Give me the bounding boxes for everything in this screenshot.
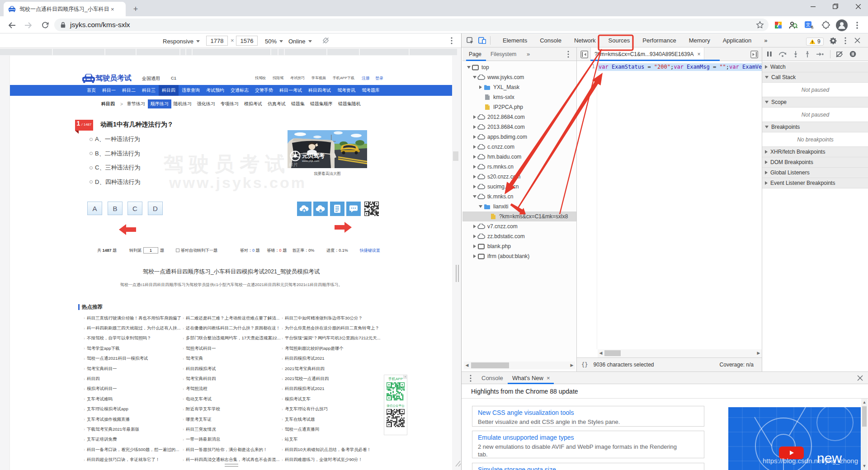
sidebar-section-call-stack[interactable]: Call Stack [762,72,868,83]
nav-item-首页[interactable]: 首页 [87,87,96,94]
answer-button-B[interactable]: B [108,202,123,215]
subnav-item-章节练习[interactable]: 章节练习 [127,101,145,107]
hot-link[interactable]: ›为什么你竟然会挂在送分题的科目二直角转弯上？ [282,323,380,333]
tree-item-zz.bdstatic.com[interactable]: zz.bdstatic.com [462,231,576,241]
expand-arrow-open[interactable] [478,205,483,208]
tree-item-top[interactable]: top [462,62,576,72]
card-title-link[interactable]: Simulate storage quota size [478,466,698,470]
pretty-print-icon[interactable]: {} [581,362,588,368]
shortcut-settings-link[interactable]: 快捷键设置 [360,248,380,254]
whats-new-scrollbar[interactable]: ▲ ▼ [861,399,868,470]
media-query-segment[interactable] [285,49,326,55]
question-option[interactable]: A、一种违法行为 [90,135,140,143]
tree-item-apps.bdimg.com[interactable]: apps.bdimg.com [462,132,576,142]
auth-link[interactable]: 登录 [375,75,383,81]
devtools-tab-performance[interactable]: Performance [642,37,676,44]
question-option[interactable]: C、三种违法行为 [90,164,140,172]
expand-arrow-open[interactable] [466,66,472,69]
cloud-home-icon[interactable] [313,202,328,216]
header-link[interactable]: 手机APP下载 [333,75,354,80]
nav-item-科目四[interactable]: 科目四 [159,85,179,96]
device-toggle-icon[interactable] [478,37,486,44]
tree-item-IP2PCA.php[interactable]: IP2PCA.php [462,102,576,112]
nav-item-交警手势[interactable]: 交警手势 [255,87,273,94]
tree-item-ifrmaboutblank[interactable]: ifrm (about:blank) [462,251,576,261]
nav-item-科目三[interactable]: 科目三 [142,87,156,94]
sidebar-section-global-listeners[interactable]: Global Listeners [762,168,868,178]
hot-link[interactable]: ›模拟考试叉车 [282,394,380,404]
toggle-debugger-sidebar-icon[interactable] [750,51,758,58]
hot-link[interactable]: ›科目一备考口诀，看完少练500题，想一遍过的... [84,445,182,455]
pause-on-exceptions-icon[interactable] [849,51,856,57]
tree-item-rs.mnks.cn[interactable]: rs.mnks.cn [462,162,576,172]
tree-item-sucimg.itc.cn[interactable]: sucimg.itc.cn [462,182,576,192]
expand-arrow-closed[interactable] [472,125,477,129]
toggle-navigator-icon[interactable] [580,51,588,58]
tab-close-icon[interactable]: × [111,6,114,13]
radio-icon[interactable] [90,138,93,141]
viewport-resize-handle-right[interactable] [456,265,459,282]
next-question-arrow[interactable] [335,221,352,233]
browser-tab[interactable]: 驾校一点通科目四顺序练习_小车科目 × [4,2,126,16]
card-title-link[interactable]: New CSS angle visualization tools [478,409,698,416]
media-caption[interactable]: 我要看高清大图 [288,171,367,177]
devtools-tab-network[interactable]: Network [574,37,596,44]
code-area[interactable]: var ExamStatus = "200";var ExamMsg = "";… [598,61,762,349]
cloud-add-icon[interactable] [297,202,311,216]
expand-arrow-closed[interactable] [472,254,477,258]
profile-avatar[interactable] [836,19,848,31]
devtools-close-icon[interactable] [854,38,860,43]
question-media[interactable]: 元贝驾考 www.ybjk.com 样片 [288,130,367,168]
issues-badge[interactable]: 9 [806,38,824,46]
tree-item-s20.cnzz.com[interactable]: s20.cnzz.com [462,172,576,182]
browser-menu-icon[interactable] [852,20,863,31]
expand-arrow-closed[interactable] [472,244,477,248]
hot-link[interactable]: ›不报驾校，自学可以拿到驾照吗？ [84,334,182,343]
hot-link[interactable]: ›叉车在线考试题 [282,414,380,424]
hot-link[interactable]: ›平台惊现“漏洞”？网约车司机3公里跑出7212元天... [282,334,380,343]
media-query-bar[interactable] [0,49,458,55]
hot-link[interactable]: ›驾考宝典 [183,354,281,364]
sidebar-section-xhr-fetch-breakpoints[interactable]: XHR/fetch Breakpoints [762,147,868,157]
subnav-item-仿真考试[interactable]: 仿真考试 [268,101,286,107]
media-query-segment[interactable] [105,49,136,55]
header-link[interactable]: 学车视频 [311,75,326,80]
editor-file-tab[interactable]: ?km=kms&cx=C1&m...9340A895E1639A × [590,47,704,61]
devtools-tab-elements[interactable]: Elements [503,37,527,44]
back-icon[interactable] [6,20,17,31]
device-mode-select[interactable]: Responsive [163,37,200,45]
hot-link[interactable]: ›考叉车理论有什么技巧 [282,404,380,414]
hot-link[interactable]: ›科目三中如何精准做到靠边停车30公分？ [282,313,380,323]
hot-link[interactable]: ›模拟考试科目一 [84,384,182,394]
editor-tab-close-icon[interactable]: × [697,51,700,57]
hot-link[interactable]: ›多部门联合整治违规网约车，17天查处违规案22... [183,334,281,343]
nav-item-违章查询[interactable]: 违章查询 [182,87,200,94]
tab-filesystem[interactable]: Filesystem [491,51,516,57]
hot-link[interactable]: ›驾校一点通直播间 [282,424,380,434]
extension-person-icon[interactable] [788,21,797,30]
hot-link[interactable]: ›叉车考试操作视频直播 [84,414,182,424]
tree-item-2013.8684.com[interactable]: 2013.8684.com [462,122,576,132]
new-tab-button[interactable]: + [130,4,141,14]
hot-link[interactable]: ›驾考宝典科目四 [183,374,281,384]
hot-link[interactable]: ›驾考宝典科目一 [84,364,182,374]
step-into-icon[interactable] [793,51,798,57]
devtools-tab-console[interactable]: Console [540,37,561,44]
card-title-link[interactable]: Emulate unsupported image types [478,434,698,441]
hot-link[interactable]: ›哪里考叉车证 [183,414,281,424]
auto-next-checkbox[interactable] [176,249,179,252]
answer-button-D[interactable]: D [148,202,163,215]
hot-link[interactable]: ›科目四模拟考试2021 [282,354,380,364]
viewport-scrollbar-thumb[interactable] [453,151,458,161]
media-query-segment[interactable] [0,49,52,55]
whats-new-card[interactable]: Emulate unsupported image types2 new emu… [472,431,704,458]
nav-item-驾考题库[interactable]: 驾考题库 [362,87,380,94]
subnav-item-顺序练习[interactable]: 顺序练习 [148,99,171,108]
devtools-tab-memory[interactable]: Memory [689,37,710,44]
nav-item-交通标志[interactable]: 交通标志 [231,87,249,94]
hot-link[interactable]: ›科目三直线行驶满分经验！再也不用怕车身跑偏了 [84,313,182,323]
expand-arrow-open[interactable] [472,76,477,79]
tree-item-?km=kms&cx=C1&mk=sxlx8[interactable]: ?km=kms&cx=C1&mk=sxlx8 [462,212,576,221]
editor-hscrollbar[interactable]: ◀ ▶ [598,349,762,357]
hot-link[interactable]: ›科目四模拟考试2021 [282,384,380,394]
